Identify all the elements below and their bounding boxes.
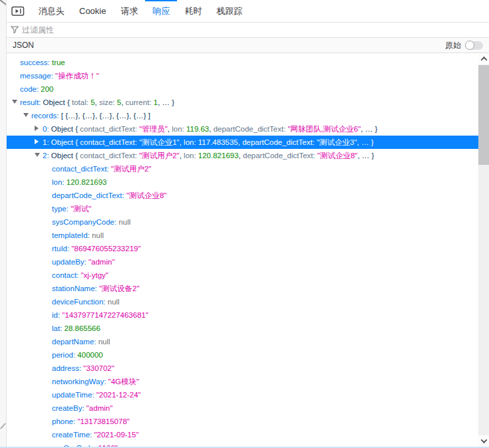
expand-arrow-icon[interactable] bbox=[35, 122, 43, 136]
json-value-string: "2021-12-24" bbox=[96, 391, 141, 399]
json-value-string: "操作成功！" bbox=[55, 72, 99, 80]
tab-4[interactable]: 耗时 bbox=[177, 0, 209, 22]
json-value-number: 117.483535 bbox=[198, 138, 238, 146]
scroll-down-button[interactable] bbox=[478, 435, 489, 447]
tab-0[interactable]: 消息头 bbox=[31, 0, 72, 22]
json-tree-row[interactable]: 1: Object { contact_dictText: "测试企业1", l… bbox=[7, 136, 478, 149]
json-tree-row[interactable]: sysCompanyCode: null bbox=[7, 215, 478, 229]
json-value-object: Object { bbox=[51, 138, 80, 146]
json-tree-row[interactable]: updateTime: "2021-12-24" bbox=[7, 388, 478, 401]
json-value-string: "网脉团队,测试企业6" bbox=[288, 125, 361, 133]
json-tree-row[interactable]: message: "操作成功！" bbox=[7, 69, 478, 82]
json-tree-row[interactable]: createTime: "2021-09-15" bbox=[7, 428, 478, 441]
json-value-pkey: size: bbox=[99, 98, 117, 106]
json-key: code: bbox=[20, 85, 41, 93]
tab-5[interactable]: 栈跟踪 bbox=[209, 0, 249, 22]
json-value-pkey: departCode_dictText: bbox=[242, 138, 317, 146]
json-key: phone: bbox=[52, 417, 77, 425]
json-tree-row[interactable]: 0: Object { contact_dictText: "管理员", lon… bbox=[7, 122, 478, 136]
json-value-null: null bbox=[98, 338, 110, 346]
raw-toggle-switch[interactable] bbox=[465, 41, 483, 50]
json-tree-row[interactable]: records: [ {…}, {…}, {…}, {…}, {…} ] bbox=[7, 109, 478, 122]
scrollbar-thumb[interactable] bbox=[478, 65, 489, 165]
json-tree-row[interactable]: departCode_dictText: "测试企业8" bbox=[7, 189, 478, 202]
json-key: 2: bbox=[43, 152, 51, 160]
json-key: updateBy: bbox=[52, 258, 88, 266]
open-in-panel-icon[interactable] bbox=[9, 0, 27, 22]
filter-row bbox=[7, 23, 489, 38]
json-tree-row[interactable]: period: 400000 bbox=[7, 348, 478, 362]
collapse-arrow-icon[interactable] bbox=[35, 149, 43, 162]
json-value-object: Object { bbox=[51, 125, 80, 133]
tab-2[interactable]: 请求 bbox=[113, 0, 145, 22]
json-tree-row[interactable]: phone: "13173815078" bbox=[7, 415, 478, 428]
json-value-string: "测试企业3" bbox=[317, 138, 357, 146]
json-value-string: "测试设备2" bbox=[99, 284, 140, 292]
raw-toggle-label: 原始 bbox=[445, 40, 461, 51]
json-value-pkey: total: bbox=[72, 98, 90, 106]
network-response-panel: 消息头Cookie请求响应耗时栈跟踪 JSON 原始 success: true… bbox=[0, 0, 489, 448]
json-tree-row[interactable]: id: "1437977147227463681" bbox=[7, 308, 478, 322]
scroll-up-button[interactable] bbox=[478, 53, 489, 64]
chevron-up-icon bbox=[480, 56, 487, 63]
json-tree-row[interactable]: templateId: null bbox=[7, 229, 478, 242]
json-key: sysCompanyCode: bbox=[52, 218, 118, 226]
tab-3[interactable]: 响应 bbox=[145, 0, 177, 22]
json-value-string: "测试企业8" bbox=[126, 191, 167, 199]
json-key: period: bbox=[52, 351, 77, 359]
json-value-number: 120.821693 bbox=[198, 152, 239, 160]
filter-properties-input[interactable] bbox=[22, 25, 489, 35]
json-value-string: "测试用户2" bbox=[111, 165, 152, 173]
play-in-rect-icon bbox=[11, 6, 25, 17]
json-key: deviceFunction: bbox=[52, 298, 108, 306]
json-tree-row[interactable]: createBy: "admin" bbox=[7, 401, 478, 415]
json-value-string: "869476055233219" bbox=[71, 245, 140, 253]
json-tree-row[interactable]: 2: Object { contact_dictText: "测试用户2", l… bbox=[7, 149, 478, 162]
collapse-arrow-icon[interactable] bbox=[23, 109, 31, 122]
json-tree-row[interactable]: stationName: "测试设备2" bbox=[7, 282, 478, 295]
collapse-arrow-icon[interactable] bbox=[12, 96, 20, 109]
json-value-pkey: lon: bbox=[172, 125, 186, 133]
json-tree-row[interactable]: departName: null bbox=[7, 335, 478, 348]
json-tree-row[interactable]: type: "测试" bbox=[7, 202, 478, 215]
json-key: updateTime: bbox=[52, 391, 96, 399]
json-value-pkey: lon: bbox=[184, 138, 198, 146]
json-value-string: "13173815078" bbox=[77, 417, 130, 425]
json-tree-row[interactable]: result: Object { total: 5, size: 5, curr… bbox=[7, 96, 478, 109]
json-key: contact_dictText: bbox=[52, 165, 111, 173]
json-tree-row[interactable]: networkingWay: "4G模块" bbox=[7, 375, 478, 388]
json-tree-row[interactable]: address: "330702" bbox=[7, 362, 478, 375]
json-key: stationName: bbox=[52, 284, 99, 292]
splitter-mark bbox=[0, 0, 7, 5]
json-value-object: [ {…}, {…}, {…}, {…}, {…} ] bbox=[61, 112, 150, 120]
json-key: success: bbox=[20, 58, 52, 66]
json-value-pkey: contact_dictText: bbox=[80, 125, 139, 133]
panel-splitter[interactable] bbox=[0, 0, 7, 448]
json-value-object: , … } bbox=[361, 125, 377, 133]
vertical-scrollbar[interactable] bbox=[478, 53, 489, 448]
json-tree-row[interactable]: code: 200 bbox=[7, 82, 478, 96]
json-key: departName: bbox=[52, 338, 98, 346]
json-key: rtuId: bbox=[52, 245, 71, 253]
json-tree-row[interactable]: rtuId: "869476055233219" bbox=[7, 242, 478, 255]
json-value-pkey: lon: bbox=[184, 152, 198, 160]
json-key: result: bbox=[20, 98, 43, 106]
json-key: records: bbox=[31, 112, 61, 120]
json-value-string: "管理员" bbox=[139, 125, 168, 133]
expand-arrow-icon[interactable] bbox=[35, 136, 43, 149]
json-value-string: "测试企业1" bbox=[139, 138, 180, 146]
json-value-object: , … } bbox=[158, 98, 174, 106]
json-tree-row[interactable]: deviceFunction: null bbox=[7, 295, 478, 308]
json-value-object: Object { bbox=[43, 98, 72, 106]
json-key: contact: bbox=[52, 271, 81, 279]
tab-1[interactable]: Cookie bbox=[72, 0, 113, 22]
json-value-number: 119.63 bbox=[186, 125, 209, 133]
json-tree-row[interactable]: lat: 28.865566 bbox=[7, 322, 478, 335]
json-tree-row[interactable]: success: true bbox=[7, 56, 478, 69]
json-value-string: "admin" bbox=[86, 404, 113, 412]
json-tree-row[interactable]: updateBy: "admin" bbox=[7, 255, 478, 269]
json-tree-row[interactable]: contact: "xj-ytgy" bbox=[7, 269, 478, 282]
json-tree-row[interactable]: lon: 120.821693 bbox=[7, 175, 478, 189]
json-key: 1: bbox=[43, 138, 51, 146]
json-tree-row[interactable]: contact_dictText: "测试用户2" bbox=[7, 162, 478, 175]
